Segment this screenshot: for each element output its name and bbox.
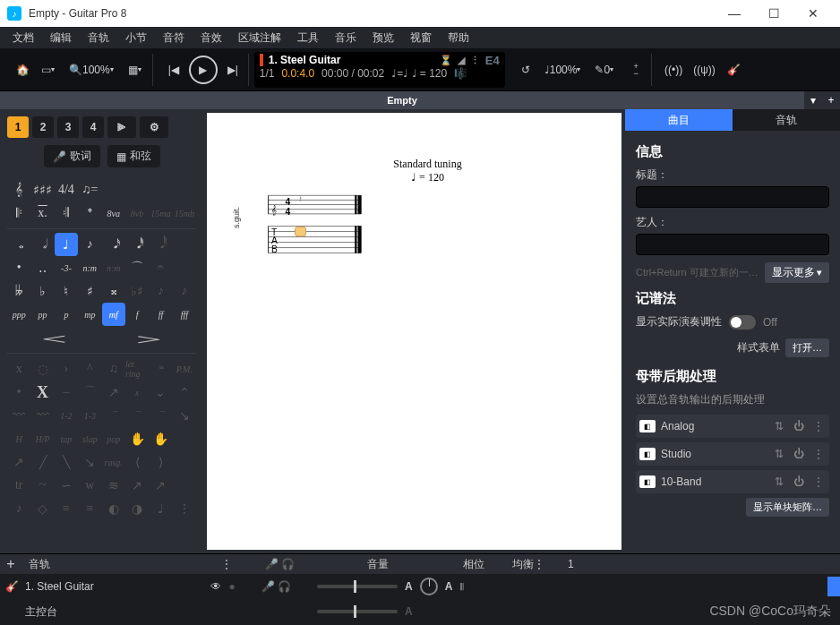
voice-4-button[interactable]: 4 (82, 116, 104, 138)
palette-cell[interactable]: ♪ (149, 279, 172, 303)
palette-cell[interactable]: ↗ (149, 474, 172, 497)
palette-cell[interactable] (125, 178, 149, 201)
menu-help[interactable]: 帮助 (441, 29, 476, 47)
count-in-icon[interactable]: ◢ (458, 55, 465, 66)
tuplet-icon[interactable]: -3- (55, 256, 78, 279)
tremolo-icon[interactable]: ≋ (102, 474, 125, 497)
prev-button[interactable]: |◀ (162, 58, 185, 81)
rasg-icon[interactable]: rasg. (102, 450, 125, 474)
octave-down-icon[interactable]: 8vb (125, 201, 149, 225)
effect-studio[interactable]: ◧ Studio ⇅ ⏻ ⋮ (636, 442, 829, 466)
document-tab[interactable]: Empty (0, 95, 804, 106)
chords-button[interactable]: ▦ 和弦 (107, 145, 160, 167)
loop-button[interactable]: ↺ (514, 58, 537, 81)
half-note-icon[interactable]: 𝅗𝅥 (30, 233, 54, 256)
mf-icon[interactable]: mf (102, 303, 125, 326)
palm-icon[interactable]: ✋ (125, 427, 149, 450)
menu-track[interactable]: 音轨 (81, 29, 116, 47)
accent-icon[interactable]: › (55, 357, 78, 381)
x-marker-icon[interactable]: x (125, 381, 149, 404)
double-dot-icon[interactable]: ‥ (30, 256, 54, 279)
decrescendo-icon[interactable]: 𝆓 (102, 326, 197, 349)
maximize-button[interactable]: ☐ (754, 0, 793, 27)
auto-volume-button[interactable]: A (405, 580, 413, 593)
wide-vibrato-icon[interactable]: 〰 (30, 404, 54, 427)
arpeggio2-icon[interactable]: ⟩ (149, 450, 172, 474)
f-icon[interactable]: f (125, 303, 149, 326)
thirtysecond-note-icon[interactable]: 𝅘𝅥𝅰 (125, 233, 149, 256)
menu-window[interactable]: 视窗 (403, 29, 439, 47)
x-icon[interactable]: X (30, 381, 54, 404)
metronome-icon[interactable]: ⏳ (440, 55, 452, 66)
display-tuning-toggle[interactable] (729, 315, 756, 330)
beam-icon[interactable]: ♫ (102, 357, 125, 381)
coda-icon[interactable]: 𝄌 (78, 201, 101, 225)
voice-1-button[interactable]: 1 (7, 116, 29, 138)
palette-cell[interactable]: ◐ (102, 497, 125, 520)
eq-icon[interactable]: ⫴ (459, 580, 464, 593)
menu-note[interactable]: 音符 (156, 29, 192, 47)
mixer-master-row[interactable]: 主控台 A (0, 599, 840, 624)
voice-3-button[interactable]: 3 (57, 116, 79, 138)
stroke-icon[interactable]: ↗ (102, 381, 125, 404)
instrument-icon[interactable]: 🎸 (0, 580, 18, 593)
mp-icon[interactable]: mp (78, 303, 101, 326)
title-input[interactable] (636, 186, 829, 208)
tab-dropdown-button[interactable]: ▾ (804, 91, 822, 109)
key-sig-icon[interactable]: ♯♯♯ (30, 178, 54, 201)
ntuplet-icon[interactable]: n:m (78, 256, 101, 279)
crescendo-icon[interactable]: 𝆒 (7, 326, 102, 349)
mixer-track-row[interactable]: 🎸 1. Steel Guitar 👁 ● 🎤 🎧 A A ⫴ (0, 574, 840, 599)
menu-music[interactable]: 音乐 (328, 29, 364, 47)
detune-button[interactable]: +− (624, 58, 647, 81)
slap-icon[interactable]: slap (78, 427, 101, 450)
repeat-alt-icon[interactable]: x. (30, 201, 54, 225)
legato-icon[interactable]: ⌒ (78, 381, 101, 404)
palette-cell[interactable] (173, 450, 196, 474)
palette-cell[interactable] (173, 178, 196, 201)
grace-icon[interactable]: ♪ (7, 497, 30, 520)
pp-icon[interactable]: pp (30, 303, 54, 326)
tuning-fork-icon[interactable]: 🎼 (454, 67, 467, 80)
enharmonic-icon[interactable]: ♭♯ (125, 279, 149, 303)
turn-icon[interactable]: ∽ (55, 474, 78, 497)
menu-bar[interactable]: 小节 (118, 29, 154, 47)
double-sharp-icon[interactable]: 𝄪 (102, 279, 125, 303)
effect-power-icon[interactable]: ⏻ (792, 475, 806, 488)
slide2-icon[interactable]: ╲ (55, 450, 78, 474)
tie-icon[interactable]: ⌒ (125, 256, 149, 279)
palette-cell[interactable]: ⌃ (173, 381, 196, 404)
score-canvas[interactable]: Standard tuning ♩ = 120 s.guit. 𝄞 4 4 𝄽 (203, 109, 625, 553)
speed-button[interactable]: ♩ 100%▾ (541, 58, 588, 81)
dot-icon[interactable]: • (7, 256, 30, 279)
clef-icon[interactable]: 𝄞 (7, 178, 30, 201)
palm-mute-icon[interactable]: P.M. (173, 357, 196, 381)
bend-icon[interactable]: ↗ (7, 450, 30, 474)
home-button[interactable]: 🏠 (11, 58, 34, 81)
arpeggio-icon[interactable]: ⟨ (125, 450, 149, 474)
headphone-icon[interactable]: 🎧 (278, 580, 291, 593)
heavy-accent-icon[interactable]: ^ (78, 357, 101, 381)
voice-2-button[interactable]: 2 (32, 116, 54, 138)
tab-song[interactable]: 曲目 (625, 109, 733, 131)
hp-icon[interactable]: H/P (30, 427, 54, 450)
effect-updown-icon[interactable]: ⇅ (772, 475, 786, 488)
palette-cell[interactable]: ≡ (78, 497, 101, 520)
add-track-button[interactable]: + (0, 556, 21, 572)
menu-edit[interactable]: 编辑 (43, 29, 79, 47)
track-name[interactable]: 1. Steel Guitar (269, 54, 341, 66)
menu-preview[interactable]: 预览 (365, 29, 401, 47)
palette-cell[interactable] (149, 178, 172, 201)
palette-cell[interactable]: ↗ (125, 474, 149, 497)
visible-icon[interactable]: 👁 (210, 580, 221, 593)
ff-icon[interactable]: ff (149, 303, 172, 326)
repeat-close-icon[interactable]: 𝄇 (55, 201, 78, 225)
volume-slider[interactable] (317, 585, 398, 588)
tremolo-bar-icon[interactable]: ≡ (55, 497, 78, 520)
menu-effects[interactable]: 音效 (193, 29, 229, 47)
next-button[interactable]: ▶| (221, 58, 244, 81)
time-sig-icon[interactable]: 4/4 (55, 178, 78, 201)
quarter-note-icon[interactable]: ♩ (55, 233, 78, 256)
menu-tools[interactable]: 工具 (290, 29, 326, 47)
pan-knob[interactable] (420, 578, 438, 595)
